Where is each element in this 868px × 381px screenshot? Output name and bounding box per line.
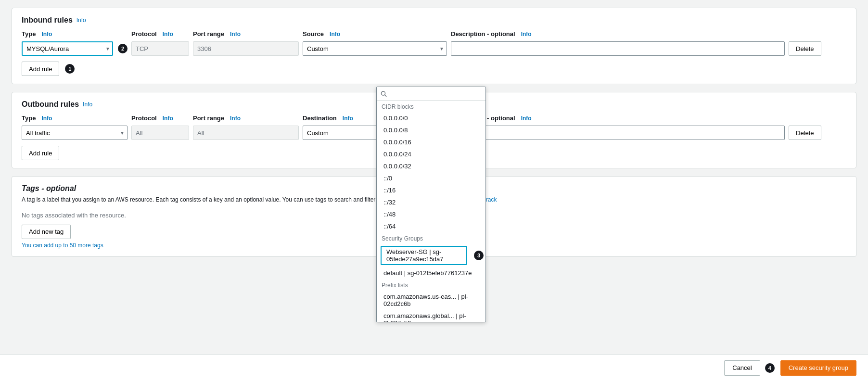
outbound-portrange-info[interactable]: Info (230, 115, 241, 122)
inbound-type-info[interactable]: Info (41, 31, 52, 38)
outbound-description-input[interactable] (451, 126, 785, 140)
step-badge-4: 4 (765, 363, 775, 373)
inbound-source-select-wrapper: Custom ▼ (303, 41, 447, 56)
outbound-portrange-header: Port range Info (193, 114, 299, 122)
outbound-port-input (193, 126, 299, 140)
outbound-type-header: Type Info (22, 114, 128, 122)
dropdown-item-ipv6-16[interactable]: ::/16 (377, 184, 485, 196)
inbound-description-header: Description - optional Info (451, 30, 785, 38)
outbound-description-header: Description - optional Info (451, 114, 785, 122)
inbound-description-input[interactable] (451, 41, 785, 56)
svg-line-1 (385, 95, 386, 96)
dropdown-search-input[interactable] (390, 90, 482, 97)
outbound-protocol-header: Protocol Info (131, 114, 189, 122)
inbound-portrange-header: Port range Info (193, 30, 299, 38)
outbound-type-select-wrapper: All traffic ▼ (22, 126, 128, 140)
security-groups-label: Security Groups (377, 232, 485, 244)
inbound-protocol-info[interactable]: Info (163, 31, 173, 38)
cidr-blocks-label: CIDR blocks (377, 101, 485, 112)
inbound-add-rule-button[interactable]: Add rule (22, 62, 59, 76)
dropdown-item-prefix-eas[interactable]: com.amazonaws.us-eas... | pl-02cd2c6b (377, 291, 485, 310)
dropdown-item-ipv6-48[interactable]: ::/48 (377, 208, 485, 220)
add-new-tag-button[interactable]: Add new tag (22, 225, 71, 239)
inbound-source-select[interactable]: Custom (303, 41, 447, 56)
inbound-type-select-wrapper: MYSQL/Aurora ▼ (22, 41, 113, 56)
dropdown-item-cidr-24[interactable]: 0.0.0.0/24 (377, 148, 485, 160)
inbound-delete-button[interactable]: Delete (789, 41, 821, 56)
inbound-portrange-info[interactable]: Info (230, 31, 241, 38)
inbound-protocol-field (131, 41, 189, 56)
outbound-description-field (451, 126, 785, 140)
prefix-lists-label: Prefix lists (377, 279, 485, 291)
source-dropdown: CIDR blocks 0.0.0.0/0 0.0.0.0/8 0.0.0.0/… (376, 87, 486, 322)
dropdown-item-cidr-8[interactable]: 0.0.0.0/8 (377, 124, 485, 136)
inbound-protocol-input (131, 41, 189, 56)
dropdown-item-ipv6-32[interactable]: ::/32 (377, 196, 485, 208)
inbound-source-field: Custom ▼ (303, 41, 447, 56)
outbound-description-info[interactable]: Info (521, 115, 532, 122)
step-badge-1: 1 (65, 64, 75, 74)
dropdown-item-default-sg[interactable]: default | sg-012f5efeb7761237e (377, 267, 485, 279)
inbound-rules-info-link[interactable]: Info (77, 17, 86, 24)
footer-bar: Cancel 4 Create security group (0, 354, 868, 381)
dropdown-search-bar (377, 87, 485, 101)
outbound-destination-info[interactable]: Info (343, 115, 353, 122)
inbound-rule-row: MYSQL/Aurora ▼ 2 Custom ▼ (22, 41, 846, 56)
dropdown-item-ipv6-0[interactable]: ::/0 (377, 172, 485, 184)
outbound-rules-info-link[interactable]: Info (83, 101, 92, 108)
dropdown-scroll-area: CIDR blocks 0.0.0.0/0 0.0.0.0/8 0.0.0.0/… (377, 101, 485, 322)
outbound-protocol-field (131, 126, 189, 140)
tags-title: Tags - optional (22, 184, 76, 193)
dropdown-item-prefix-global[interactable]: com.amazonaws.global... | pl-3b927c52 (377, 310, 485, 322)
create-security-group-button[interactable]: Create security group (780, 360, 856, 376)
inbound-protocol-header: Protocol Info (131, 30, 189, 38)
inbound-rules-section: Inbound rules Info Type Info Protocol In… (12, 8, 856, 84)
inbound-type-header: Type Info (22, 30, 128, 38)
cancel-button[interactable]: Cancel (724, 360, 760, 376)
inbound-source-info[interactable]: Info (330, 31, 340, 38)
inbound-rules-title: Inbound rules (22, 16, 73, 25)
inbound-port-input (193, 41, 299, 56)
dropdown-item-cidr-0[interactable]: 0.0.0.0/0 (377, 112, 485, 124)
dropdown-item-cidr-32[interactable]: 0.0.0.0/32 (377, 160, 485, 172)
inbound-source-header: Source Info (303, 30, 447, 38)
inbound-description-info[interactable]: Info (521, 31, 532, 38)
inbound-rules-header: Type Info Protocol Info Port range Info … (22, 30, 846, 38)
outbound-rules-title: Outbound rules (22, 100, 79, 109)
outbound-type-select[interactable]: All traffic (22, 126, 128, 140)
outbound-protocol-input (131, 126, 189, 140)
outbound-port-field (193, 126, 299, 140)
outbound-type-info[interactable]: Info (41, 115, 52, 122)
outbound-delete-button[interactable]: Delete (789, 126, 821, 140)
outbound-protocol-info[interactable]: Info (163, 115, 173, 122)
dropdown-item-webserver-sg[interactable]: Webserver-SG | sg-05fede27a9ec15da7 (381, 246, 467, 265)
inbound-port-field (193, 41, 299, 56)
inbound-type-select[interactable]: MYSQL/Aurora (22, 41, 113, 56)
inbound-description-field (451, 41, 785, 56)
dropdown-item-ipv6-64[interactable]: ::/64 (377, 220, 485, 232)
step-badge-3: 3 (474, 251, 484, 260)
step-badge-2: 2 (118, 44, 128, 53)
dropdown-item-cidr-16[interactable]: 0.0.0.0/16 (377, 136, 485, 148)
search-icon (381, 90, 387, 97)
outbound-add-rule-button[interactable]: Add rule (22, 146, 59, 160)
